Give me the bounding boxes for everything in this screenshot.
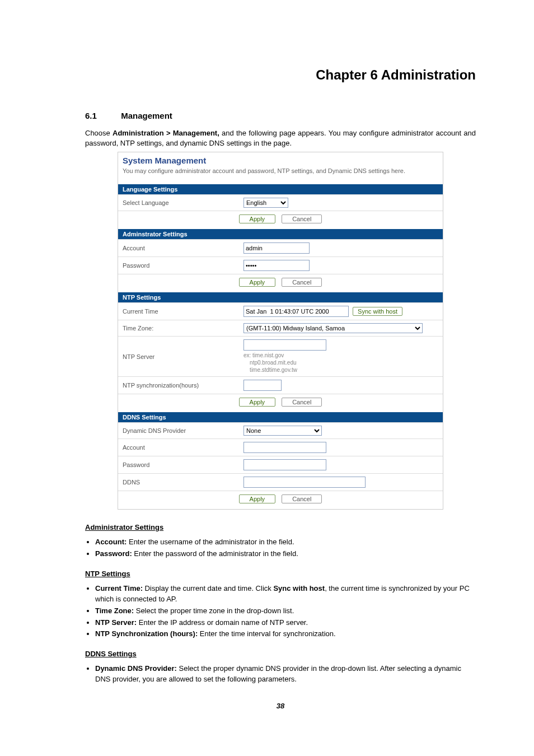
sync-with-host-button[interactable]: Sync with host: [353, 307, 402, 316]
list-item: NTP Server: Enter the IP address or doma…: [95, 618, 476, 628]
list-item: Account: Enter the username of the admin…: [95, 537, 476, 548]
doc-bold: Password:: [95, 549, 132, 558]
language-settings-bar: Language Settings: [118, 184, 443, 194]
admin-password-input[interactable]: [243, 260, 310, 271]
intro-pre: Choose: [85, 129, 113, 137]
doc-bold: Account:: [95, 538, 127, 546]
ntp-current-time-input[interactable]: [243, 306, 349, 317]
section-header: 6.1 Management: [85, 111, 476, 120]
ntp-tz-label: Time Zone:: [118, 320, 239, 337]
select-language-label: Select Language: [118, 195, 239, 211]
doc-admin-title: Administrator Settings: [85, 523, 476, 531]
doc-ntp-title: NTP Settings: [85, 570, 476, 578]
ddns-password-input[interactable]: [243, 459, 326, 470]
router-screenshot: System Management You may configure admi…: [118, 152, 443, 510]
ddns-button-row: Apply Cancel: [118, 491, 443, 509]
ddns-account-input[interactable]: [243, 442, 326, 453]
doc-text: Enter the time interval for synchronizat…: [198, 629, 335, 638]
ntp-button-row: Apply Cancel: [118, 394, 443, 412]
doc-bold: Current Time:: [95, 584, 143, 592]
doc-text: Enter the password of the administrator …: [132, 549, 298, 558]
doc-ddns-list: Dynamic DNS Provider: Select the proper …: [95, 664, 476, 685]
ntp-sync-hours-input[interactable]: [243, 380, 282, 391]
doc-ddns-title: DDNS Settings: [85, 650, 476, 658]
ntp-current-label: Current Time: [118, 303, 239, 320]
doc-ntp-list: Current Time: Display the current date a…: [95, 584, 476, 640]
ntp-cancel-button[interactable]: Cancel: [282, 398, 322, 407]
doc-text: Select the proper time zone in the drop-…: [134, 606, 294, 615]
ddns-account-label: Account: [118, 439, 239, 456]
admin-password-label: Password: [118, 257, 239, 274]
intro-paragraph: Choose Administration > Management, and …: [85, 128, 476, 148]
admin-account-label: Account: [118, 240, 239, 257]
section-number: 6.1: [85, 111, 119, 120]
document-page: Chapter 6 Administration 6.1 Management …: [0, 0, 534, 732]
list-item: Time Zone: Select the proper time zone i…: [95, 606, 476, 617]
ntp-server-input[interactable]: [243, 339, 326, 351]
doc-text: Enter the IP address or domain name of N…: [137, 618, 308, 627]
doc-text: Enter the username of the administrator …: [127, 538, 294, 546]
ntp-table: Current Time Sync with host Time Zone: (…: [118, 302, 443, 394]
doc-bold: NTP Server:: [95, 618, 137, 627]
intro-bold: Administration > Management,: [113, 129, 219, 137]
doc-bold: Sync with host: [273, 584, 325, 592]
ddns-table: Dynamic DNS Provider None Account Passwo…: [118, 422, 443, 491]
ddns-provider-dropdown[interactable]: None: [243, 426, 322, 436]
doc-bold: NTP Synchronization (hours):: [95, 629, 198, 638]
doc-bold: Dynamic DNS Provider:: [95, 664, 177, 673]
list-item: Current Time: Display the current date a…: [95, 584, 476, 605]
admin-button-row: Apply Cancel: [118, 274, 443, 292]
select-language-dropdown[interactable]: English: [243, 198, 288, 208]
language-button-row: Apply Cancel: [118, 211, 443, 229]
ntp-server-hints: ex: time.nist.gov ntp0.broad.mit.edu tim…: [243, 351, 438, 374]
ddns-field-label: DDNS: [118, 474, 239, 491]
ntp-server-label: NTP Server: [118, 337, 239, 377]
ntp-apply-button[interactable]: Apply: [239, 398, 276, 407]
language-apply-button[interactable]: Apply: [239, 214, 276, 223]
doc-text: Display the current date and time. Click: [143, 584, 273, 592]
admin-apply-button[interactable]: Apply: [239, 278, 276, 287]
section-title: Management: [121, 111, 172, 120]
ntp-settings-bar: NTP Settings: [118, 292, 443, 302]
ntp-sync-hours-label: NTP synchronization(hours): [118, 377, 239, 394]
doc-admin-list: Account: Enter the username of the admin…: [95, 537, 476, 559]
list-item: Password: Enter the password of the admi…: [95, 549, 476, 559]
language-table: Select Language English: [118, 194, 443, 211]
ddns-apply-button[interactable]: Apply: [239, 494, 276, 503]
chapter-title: Chapter 6 Administration: [85, 67, 476, 83]
ddns-password-label: Password: [118, 456, 239, 474]
admin-table: Account Password: [118, 239, 443, 274]
list-item: Dynamic DNS Provider: Select the proper …: [95, 664, 476, 685]
page-number: 38: [85, 702, 476, 710]
ddns-field-input[interactable]: [243, 477, 366, 488]
doc-bold: Time Zone:: [95, 606, 134, 615]
admin-cancel-button[interactable]: Cancel: [282, 278, 322, 287]
admin-settings-bar: Adminstrator Settings: [118, 229, 443, 239]
ddns-settings-bar: DDNS Settings: [118, 412, 443, 422]
ddns-provider-label: Dynamic DNS Provider: [118, 423, 239, 439]
list-item: NTP Synchronization (hours): Enter the t…: [95, 629, 476, 640]
router-title: System Management: [118, 152, 443, 166]
timezone-dropdown[interactable]: (GMT-11:00) Midway Island, Samoa: [243, 323, 423, 333]
router-subdesc: You may configure administrator account …: [118, 166, 443, 184]
language-cancel-button[interactable]: Cancel: [282, 214, 322, 223]
ddns-cancel-button[interactable]: Cancel: [282, 494, 322, 503]
admin-account-input[interactable]: [243, 242, 310, 254]
